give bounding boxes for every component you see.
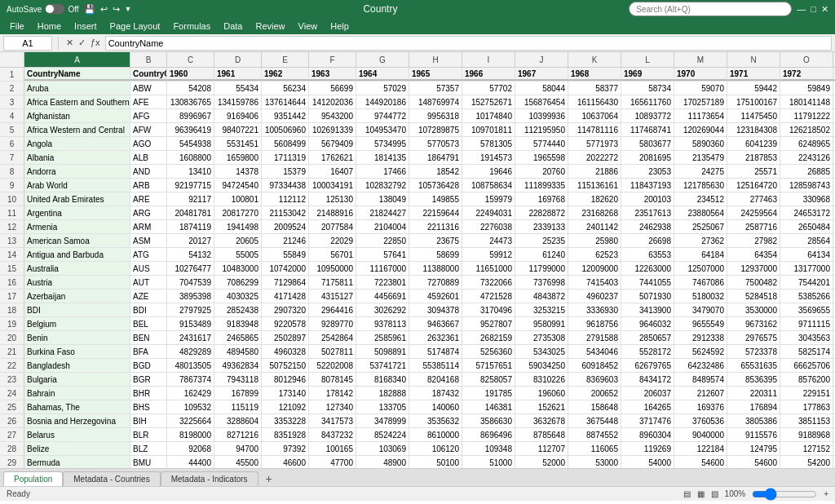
cell-r15-c13[interactable]: 12507000: [674, 262, 727, 275]
cell-r22-c12[interactable]: 62679765: [621, 359, 674, 372]
sheet-tab-metadata---countries[interactable]: Metadata - Countries: [63, 471, 160, 486]
cell-r14-c9[interactable]: 59912: [462, 248, 515, 261]
cell-r7-c12[interactable]: 2081695: [621, 151, 674, 164]
cell-r13-c4[interactable]: 20605: [214, 234, 262, 247]
cell-r19-c15[interactable]: 9711115: [780, 317, 833, 330]
cell-r22-c2[interactable]: BGD: [130, 359, 167, 372]
cell-r18-c6[interactable]: 2964416: [309, 303, 356, 316]
cell-r6-c12[interactable]: 5803677: [621, 137, 674, 150]
cell-r4-c6[interactable]: 9543200: [309, 109, 356, 122]
cell-r25-c2[interactable]: BHS: [130, 400, 167, 413]
cell-r18-c5[interactable]: 2907320: [262, 303, 309, 316]
cell-r26-c3[interactable]: 3225664: [167, 414, 214, 427]
cell-r9-c13[interactable]: 121785630: [674, 179, 727, 192]
cell-r12-c1[interactable]: Armenia: [24, 220, 130, 233]
cell-r3-c6[interactable]: 141202036: [309, 95, 356, 108]
cell-r19-c10[interactable]: 9580991: [515, 317, 568, 330]
cell-r17-c8[interactable]: 4592601: [409, 290, 462, 303]
cell-r19-c3[interactable]: 9153489: [167, 317, 214, 330]
cell-r12-c8[interactable]: 2211316: [409, 220, 462, 233]
cell-r15-c11[interactable]: 12009000: [568, 262, 621, 275]
cell-r21-c3[interactable]: 4829289: [167, 345, 214, 358]
cell-r3-c4[interactable]: 134159786: [214, 95, 262, 108]
col-header-H[interactable]: H: [409, 52, 462, 67]
minimize-icon[interactable]: —: [797, 4, 806, 14]
cell-r6-c3[interactable]: 5454938: [167, 137, 214, 150]
cell-r6-c7[interactable]: 5734995: [356, 137, 409, 150]
cell-r19-c14[interactable]: 9673162: [727, 317, 780, 330]
cell-r22-c8[interactable]: 55385114: [409, 359, 462, 372]
cell-r25-c4[interactable]: 115119: [214, 400, 262, 413]
cell-r5-c6[interactable]: 102691339: [309, 123, 356, 136]
cell-r3-c9[interactable]: 152752671: [462, 95, 515, 108]
menu-item-data[interactable]: Data: [217, 20, 249, 33]
cell-r4-c11[interactable]: 10637064: [568, 109, 621, 122]
cell-r26-c2[interactable]: BIH: [130, 414, 167, 427]
cell-r29-c6[interactable]: 47700: [309, 456, 356, 468]
cell-r3-c8[interactable]: 148769974: [409, 95, 462, 108]
cell-r11-c15[interactable]: 24653172: [780, 206, 833, 219]
cell-r13-c13[interactable]: 27362: [674, 234, 727, 247]
cell-r13-c9[interactable]: 24473: [462, 234, 515, 247]
cell-r4-c7[interactable]: 9744772: [356, 109, 409, 122]
cell-r16-c12[interactable]: 7441055: [621, 276, 674, 289]
header-cell-15[interactable]: 1972: [780, 68, 833, 81]
cell-r11-c1[interactable]: Argentina: [24, 206, 130, 219]
cell-r22-c3[interactable]: 48013505: [167, 359, 214, 372]
cell-r27-c8[interactable]: 8610000: [409, 428, 462, 441]
header-cell-3[interactable]: 1960: [167, 68, 214, 81]
cell-r10-c4[interactable]: 100801: [214, 192, 262, 206]
menu-item-formulas[interactable]: Formulas: [166, 20, 217, 33]
cell-r10-c3[interactable]: 92117: [167, 192, 214, 206]
cell-r28-c4[interactable]: 94700: [214, 442, 262, 455]
cell-r25-c11[interactable]: 158648: [568, 400, 621, 413]
cell-r15-c6[interactable]: 10950000: [309, 262, 356, 275]
cell-r12-c10[interactable]: 2339133: [515, 220, 568, 233]
cell-r21-c11[interactable]: 5434046: [568, 345, 621, 358]
cell-r29-c5[interactable]: 46600: [262, 456, 309, 468]
cell-r25-c7[interactable]: 133705: [356, 400, 409, 413]
cell-r2-c10[interactable]: 58044: [515, 82, 568, 95]
cell-r14-c5[interactable]: 55849: [262, 248, 309, 261]
cell-r4-c9[interactable]: 10174840: [462, 109, 515, 122]
cell-r6-c2[interactable]: AGO: [130, 137, 167, 150]
cell-r23-c7[interactable]: 8168340: [356, 373, 409, 386]
cell-r14-c6[interactable]: 56701: [309, 248, 356, 261]
cell-r10-c12[interactable]: 200103: [621, 192, 674, 206]
cell-r10-c10[interactable]: 169768: [515, 192, 568, 206]
sheet-tab-metadata---indicators[interactable]: Metadata - Indicators: [161, 471, 258, 486]
cell-r28-c3[interactable]: 92068: [167, 442, 214, 455]
cell-r5-c12[interactable]: 117468741: [621, 123, 674, 136]
cell-r21-c4[interactable]: 4894580: [214, 345, 262, 358]
cell-r14-c8[interactable]: 58699: [409, 248, 462, 261]
cell-r18-c7[interactable]: 3026292: [356, 303, 409, 316]
data-area[interactable]: 1CountryNameCountryCode19601961196219631…: [0, 68, 835, 468]
cell-r22-c13[interactable]: 64232486: [674, 359, 727, 372]
cell-r18-c12[interactable]: 3413900: [621, 303, 674, 316]
cell-r17-c14[interactable]: 5284518: [727, 290, 780, 303]
cell-r11-c2[interactable]: ARG: [130, 206, 167, 219]
header-cell-10[interactable]: 1967: [515, 68, 568, 81]
cell-r23-c1[interactable]: Bulgaria: [24, 373, 130, 386]
cell-r22-c5[interactable]: 50752150: [262, 359, 309, 372]
cell-r26-c14[interactable]: 3805386: [727, 414, 780, 427]
cell-r5-c7[interactable]: 104953470: [356, 123, 409, 136]
zoom-slider[interactable]: [752, 488, 817, 501]
add-sheet-button[interactable]: +: [262, 471, 276, 486]
cell-r4-c8[interactable]: 9956318: [409, 109, 462, 122]
cell-r19-c6[interactable]: 9289770: [309, 317, 356, 330]
cell-r28-c1[interactable]: Belize: [24, 442, 130, 455]
cell-r16-c13[interactable]: 7467086: [674, 276, 727, 289]
cell-r6-c10[interactable]: 5774440: [515, 137, 568, 150]
cell-r27-c14[interactable]: 9115576: [727, 428, 780, 441]
cell-r2-c3[interactable]: 54208: [167, 82, 214, 95]
cell-r25-c9[interactable]: 146381: [462, 400, 515, 413]
cell-r8-c1[interactable]: Andorra: [24, 165, 130, 178]
cell-r3-c3[interactable]: 130836765: [167, 95, 214, 108]
sheet-view-page[interactable]: ▧: [711, 489, 718, 498]
cell-r6-c1[interactable]: Angola: [24, 137, 130, 150]
cell-r20-c4[interactable]: 2465865: [214, 331, 262, 344]
cell-r24-c4[interactable]: 167899: [214, 387, 262, 400]
cell-r5-c1[interactable]: Africa Western and Central: [24, 123, 130, 136]
cell-r26-c7[interactable]: 3478999: [356, 414, 409, 427]
